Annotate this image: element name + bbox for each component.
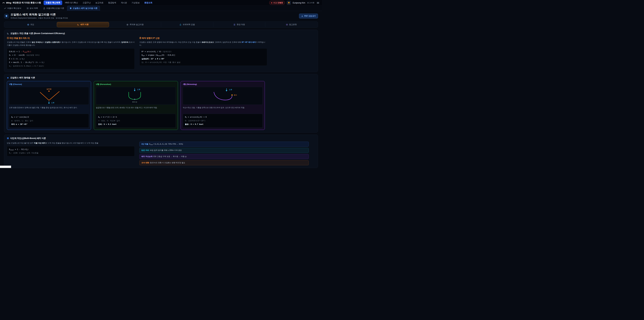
shape-description: 조류 방향 정면에서 양측으로 펼친 V형. 기름을 중앙 집유점으로 유도, … bbox=[9, 106, 89, 112]
pdf-export-button[interactable]: PDF 내보내기 bbox=[299, 14, 318, 19]
formula-line: 단, θ < arcsin(Uc/U) 이면 기름 통과 발생 bbox=[142, 61, 265, 64]
page-header: 오일펜스 배치 최적화 알고리즘 이론 Oil Boom Deployment … bbox=[0, 11, 322, 21]
containment-efficiency-card: 오일펜스 차단 효율 이론 (Boom Containment Efficien… bbox=[4, 30, 318, 72]
recovery-vessel-dot bbox=[134, 99, 135, 100]
shape-card-u-horseshoe[interactable]: U형 (Horseshoe) 조류 회수선 말굽형으로 기름을 완전 포위, 폐… bbox=[94, 81, 178, 130]
current-arrowhead bbox=[226, 90, 228, 92]
formula-line: θJ = arcsin(Uc/U) + δ bbox=[185, 115, 260, 119]
subtab-label: 유출유확산모델 이론 bbox=[46, 7, 64, 10]
nav-item-hns[interactable]: HNS·대기확산 bbox=[63, 1, 80, 5]
formula-line: Uₙ = U · sin(θ) (법선방향 유속) bbox=[9, 53, 132, 57]
formula-line: 최적 α ≈ 30°~45° bbox=[11, 123, 87, 126]
tab-references[interactable]: 참고문헌 bbox=[265, 22, 317, 27]
efficiency-left-column: ① 차단 효율 함수 E(θ, U) 오일펜스의 차단 효율은 조류의 법선 유… bbox=[7, 37, 135, 69]
incident-status-badge[interactable]: 사고 진행중 bbox=[269, 1, 285, 5]
note-two-stage-series: 2단 직렬: Etotal = E₁+E₂-E₁·E₂ (예: 70%+70% … bbox=[139, 142, 309, 147]
formula-line: 활용: U > 0.7 knot bbox=[185, 123, 260, 126]
subtab-analysis-list[interactable]: 분석 목록 bbox=[24, 6, 40, 11]
sub-tab-bar: 유출유 확산분석 분석 목록 유출유확산모델 이론 오일펜스 배치 알고리즘 이… bbox=[0, 6, 322, 11]
multiboom-grid: 단일 오일펜스로 차단 불가한 경우 직렬 다단 배치로 누적 차단 효율을 향… bbox=[7, 142, 315, 165]
nav-item-weather[interactable]: 기상정보 bbox=[130, 1, 142, 5]
page-subtitle: Oil Boom Deployment Optimization · 유출유 확… bbox=[10, 17, 68, 19]
nav-item-reports[interactable]: 보고자료 bbox=[94, 1, 106, 5]
formula-line: r: 반경, h: 직선부 길이 bbox=[98, 119, 174, 123]
status-dot-icon bbox=[271, 2, 272, 3]
multiboom-title: 다단계 차단선(Multi-Boom) 배치 이론 bbox=[10, 137, 46, 140]
subtab-diffusion-model-theory[interactable]: 유출유확산모델 이론 bbox=[41, 6, 66, 11]
boom-shapes-title: 오일펜스 배치 형태별 이론 bbox=[10, 76, 35, 79]
recovery-label: 회수 bbox=[234, 94, 237, 96]
subtab-boom-algorithm-theory[interactable]: 오일펜스 배치 알고리즘 이론 bbox=[67, 6, 100, 11]
brand-logo-text: Wing bbox=[6, 2, 12, 4]
nav-item-integrated-search[interactable]: 통합조회 bbox=[142, 1, 154, 5]
formula-line: α: 반개각, L: 펜스 길이 bbox=[11, 119, 87, 123]
diamond-icon bbox=[7, 77, 9, 79]
hamburger-menu-button[interactable] bbox=[316, 1, 320, 5]
main-nav: 유출유 확산예측 HNS·대기확산 긴급구난 보고자료 항공탐색 게시판 기상정… bbox=[44, 1, 154, 5]
tab-label: 배치 이론 bbox=[80, 23, 88, 26]
grid-icon bbox=[7, 137, 9, 139]
shape-description: 말굽형으로 기름을 완전 포위, 폐쇄형 구조로 회수 효율 최고. 저조류 해… bbox=[96, 106, 176, 112]
formula-line: 전제: U < 0.5 knot bbox=[98, 123, 174, 126]
nav-item-rescue[interactable]: 긴급구난 bbox=[81, 1, 93, 5]
bell-icon bbox=[288, 2, 290, 4]
formula-line: E = max(0, 1 - (Uₙ/Uc)²) (Uₙ > Uc) bbox=[9, 61, 132, 64]
note-tidal-change: 조석 변환: 창조/낙조 전환 시 오일펜스 방향 재조정 필요 bbox=[139, 160, 309, 165]
efficiency-function-heading: ① 차단 효율 함수 E(θ, U) bbox=[7, 37, 135, 40]
current-arrowhead bbox=[134, 90, 136, 92]
section-tab-bar: 개요 배치 이론 최적화 알고리즘 유체역학 모델 현장 적용 참고문헌 bbox=[4, 22, 318, 28]
tab-hydrodynamic-model[interactable]: 유체역학 모델 bbox=[161, 22, 213, 27]
shape-title: V형 (Chevron) bbox=[9, 83, 89, 86]
multiboom-left-column: 단일 오일펜스로 차단 불가한 경우 직렬 다단 배치로 누적 차단 효율을 향… bbox=[7, 142, 135, 165]
tab-label: 현장 적용 bbox=[237, 23, 245, 26]
boom-shapes-title-row: 오일펜스 배치 형태별 이론 bbox=[7, 76, 315, 79]
optimal-angle-heading: ② 최적 방향각 θ* 산정 bbox=[139, 37, 267, 40]
ruler-icon bbox=[7, 32, 9, 35]
formula-line: Etotal = 1 - Π(1-Ei) bbox=[9, 148, 132, 151]
formula-line: Uc: 임계유속(약 0.35m/s ≈ 0.7 knot) bbox=[9, 64, 132, 68]
shape-title: J형 (Skimming) bbox=[183, 83, 263, 86]
j-shape-diagram: 조류 회수 bbox=[183, 87, 263, 105]
status-badge-label: 사고 진행중 bbox=[273, 2, 283, 4]
note-deployment-priority: 배치 우선순위: ESI 고등급 구역 보호 → 취수원 → 어항 순 bbox=[139, 154, 309, 159]
brand-title: 해양환경 위기대응 통합시스템 bbox=[12, 1, 41, 4]
v-boom-line bbox=[40, 92, 59, 100]
tab-label: 개요 bbox=[30, 23, 34, 26]
tab-label: 최적화 알고리즘 bbox=[130, 23, 144, 26]
logout-button[interactable]: 로그아웃 bbox=[307, 2, 314, 4]
shape-card-v-chevron[interactable]: V형 (Chevron) 집유점 조류 조류 방향 정면에서 양측으로 펼친 V… bbox=[7, 81, 91, 130]
containment-efficiency-title-row: 오일펜스 차단 효율 이론 (Boom Containment Efficien… bbox=[7, 32, 315, 35]
tab-optimization-algorithm[interactable]: 최적화 알고리즘 bbox=[109, 22, 161, 27]
formula-line: E ≈ 1 (Uₙ ≤ Uc) bbox=[9, 57, 132, 61]
u-boom-line bbox=[129, 92, 140, 99]
nav-item-board[interactable]: 게시판 bbox=[119, 1, 129, 5]
current-label: 조류 bbox=[51, 102, 54, 104]
tab-overview[interactable]: 개요 bbox=[5, 22, 57, 27]
shape-grid: V형 (Chevron) 집유점 조류 조류 방향 정면에서 양측으로 펼친 V… bbox=[7, 81, 315, 130]
optimal-angle-paragraph: 오일펜스 방향은 조류 방향에 따라 최적화됩니다. 차단 면적과 오일 수집 … bbox=[139, 41, 267, 47]
brand-logo-icon bbox=[2, 2, 5, 4]
formula-line: δ: 안전여유각(5°~10°) bbox=[185, 119, 260, 123]
nav-item-aerial-search[interactable]: 항공탐색 bbox=[106, 1, 118, 5]
containment-efficiency-title: 오일펜스 차단 효율 이론 (Boom Containment Efficien… bbox=[10, 32, 65, 35]
notifications-button[interactable] bbox=[287, 1, 291, 5]
nav-item-spill-prediction[interactable]: 유출유 확산예측 bbox=[44, 1, 62, 5]
current-label: 조류 bbox=[137, 89, 140, 91]
tab-field-application[interactable]: 현장 적용 bbox=[213, 22, 266, 27]
brand[interactable]: Wing 해양환경 위기대응 통합시스템 bbox=[2, 1, 41, 4]
user-name[interactable]: Eunjeong Kim bbox=[293, 2, 305, 4]
collection-point-label: 집유점 bbox=[46, 88, 52, 90]
collection-point-dot bbox=[48, 91, 50, 92]
efficiency-function-formula: E(θ,U) = 1 - Fleak(Uₙ) Uₙ = U · sin(θ) (… bbox=[7, 48, 135, 70]
formula-line: 실용범위: 15° ≤ θ ≤ 60° bbox=[142, 57, 265, 61]
tab-deployment-theory[interactable]: 배치 이론 bbox=[57, 22, 109, 27]
j-boom-line bbox=[214, 92, 232, 100]
subtab-diffusion-analysis[interactable]: 유출유 확산분석 bbox=[2, 6, 24, 11]
recovery-line-label: 회수선 bbox=[132, 101, 137, 103]
current-label: 조류 bbox=[229, 89, 232, 91]
recovery-dot bbox=[232, 95, 232, 96]
shape-title: U형 (Horseshoe) bbox=[96, 83, 176, 86]
shape-card-j-skimming[interactable]: J형 (Skimming) 조류 회수 직선+곡선 조합. 기름을 한쪽으로 연… bbox=[180, 81, 265, 130]
formula-line: θ* = arcsin(Uc / U) (임계조건) bbox=[142, 50, 265, 54]
current-arrowhead bbox=[48, 103, 50, 104]
